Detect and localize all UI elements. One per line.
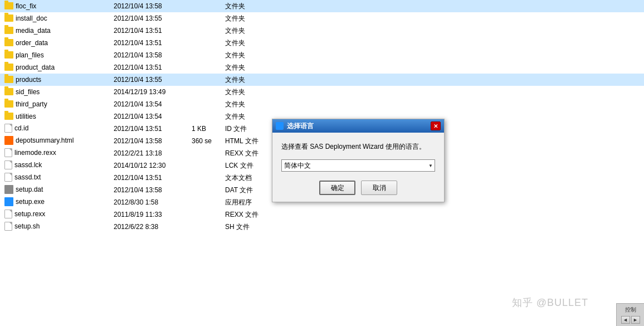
control-label: 控制 <box>625 306 636 314</box>
file-type: 文件夹 <box>223 61 644 74</box>
file-date: 2012/8/30 1:58 <box>111 196 189 208</box>
file-date: 2014/12/19 13:49 <box>111 86 189 98</box>
control-panel: 控制 ◄ ► <box>616 303 644 326</box>
file-type: 文件夹 <box>223 0 644 12</box>
file-size <box>189 98 223 110</box>
folder-icon <box>4 88 13 95</box>
file-name: floc_fix <box>0 0 111 12</box>
dialog-title-icon <box>276 122 284 130</box>
file-date: 2012/10/4 13:51 <box>111 25 189 37</box>
language-select-display[interactable]: 简体中文 <box>281 159 435 172</box>
file-date: 2012/6/22 8:38 <box>111 221 189 233</box>
file-size <box>189 0 223 12</box>
file-name: order_data <box>0 37 111 49</box>
table-row[interactable]: products 2012/10/4 13:55 文件夹 <box>0 74 644 86</box>
file-name: utilities <box>0 110 111 123</box>
folder-icon <box>4 76 13 83</box>
folder-icon <box>4 2 13 9</box>
file-size <box>189 86 223 98</box>
file-date: 2012/10/4 13:58 <box>111 135 189 147</box>
file-name: sid_files <box>0 86 111 98</box>
folder-icon <box>4 27 13 34</box>
file-size <box>189 110 223 123</box>
file-icon <box>4 222 12 231</box>
file-date: 2012/10/4 13:55 <box>111 12 189 25</box>
file-size <box>189 147 223 159</box>
file-name: product_data <box>0 61 111 74</box>
file-type: 文件夹 <box>223 12 644 25</box>
file-type: 文件夹 <box>223 37 644 49</box>
file-date: 2012/10/4 13:58 <box>111 184 189 196</box>
file-name: sassd.lck <box>0 159 111 172</box>
file-name: depotsummary.html <box>0 135 111 147</box>
table-row[interactable]: sid_files 2014/12/19 13:49 文件夹 <box>0 86 644 98</box>
file-name: plan_files <box>0 49 111 61</box>
file-name: third_party <box>0 98 111 110</box>
file-size <box>189 221 223 233</box>
exe-icon <box>4 197 13 206</box>
file-type: 文件夹 <box>223 98 644 110</box>
folder-icon <box>4 113 13 120</box>
file-name: setup.sh <box>0 221 111 233</box>
cancel-button[interactable]: 取消 <box>361 181 397 195</box>
language-select-wrapper[interactable]: 简体中文 <box>281 159 435 172</box>
language-dialog: 选择语言 ✕ 选择查看 SAS Deployment Wizard 使用的语言。… <box>272 119 445 202</box>
file-size <box>189 159 223 172</box>
file-date: 2014/10/12 12:30 <box>111 159 189 172</box>
file-name: setup.rexx <box>0 208 111 221</box>
file-name: linemode.rexx <box>0 147 111 159</box>
table-row[interactable]: plan_files 2012/10/4 13:58 文件夹 <box>0 49 644 61</box>
watermark: 知乎 @BULLET <box>512 296 588 309</box>
file-size <box>189 74 223 86</box>
file-icon <box>4 148 12 157</box>
file-size: 1 KB <box>189 123 223 135</box>
table-row[interactable]: setup.rexx 2011/8/19 11:33 REXX 文件 <box>0 208 644 221</box>
table-row[interactable]: install_doc 2012/10/4 13:55 文件夹 <box>0 12 644 25</box>
file-size <box>189 172 223 184</box>
file-size: 360 se <box>189 135 223 147</box>
file-icon <box>4 210 12 218</box>
table-row[interactable]: product_data 2012/10/4 13:51 文件夹 <box>0 61 644 74</box>
table-row[interactable]: order_data 2012/10/4 13:51 文件夹 <box>0 37 644 49</box>
table-row[interactable]: third_party 2012/10/4 13:54 文件夹 <box>0 98 644 110</box>
file-size <box>189 196 223 208</box>
file-date: 2012/10/4 13:51 <box>111 37 189 49</box>
table-row[interactable]: floc_fix 2012/10/4 13:58 文件夹 <box>0 0 644 12</box>
file-size <box>189 184 223 196</box>
file-size <box>189 61 223 74</box>
file-name: install_doc <box>0 12 111 25</box>
control-btn-row: ◄ ► <box>621 316 640 324</box>
file-date: 2012/10/4 13:51 <box>111 172 189 184</box>
file-type: 文件夹 <box>223 49 644 61</box>
dialog-body: 选择查看 SAS Deployment Wizard 使用的语言。 简体中文 确… <box>272 133 444 202</box>
dialog-buttons: 确定 取消 <box>281 181 435 195</box>
file-date: 2011/8/19 11:33 <box>111 208 189 221</box>
ok-button[interactable]: 确定 <box>319 181 355 195</box>
html-icon <box>4 136 13 145</box>
control-next-button[interactable]: ► <box>631 316 640 324</box>
file-size <box>189 25 223 37</box>
file-icon <box>4 173 12 182</box>
dialog-title: 选择语言 <box>287 121 314 131</box>
control-prev-button[interactable]: ◄ <box>621 316 630 324</box>
file-date: 2012/10/4 13:51 <box>111 123 189 135</box>
table-row[interactable]: setup.sh 2012/6/22 8:38 SH 文件 <box>0 221 644 233</box>
file-icon <box>4 160 12 169</box>
table-row[interactable]: media_data 2012/10/4 13:51 文件夹 <box>0 25 644 37</box>
file-type: REXX 文件 <box>223 208 644 221</box>
file-size <box>189 208 223 221</box>
file-size <box>189 37 223 49</box>
file-type: 文件夹 <box>223 86 644 98</box>
folder-icon <box>4 39 13 46</box>
folder-icon <box>4 100 13 108</box>
file-name: setup.exe <box>0 196 111 208</box>
folder-icon <box>4 51 13 59</box>
file-date: 2012/10/4 13:51 <box>111 61 189 74</box>
file-type: 文件夹 <box>223 74 644 86</box>
folder-icon <box>4 64 13 71</box>
language-select-row: 简体中文 <box>281 159 435 172</box>
file-date: 2012/10/4 13:58 <box>111 0 189 12</box>
file-date: 2012/10/4 13:54 <box>111 110 189 123</box>
dialog-close-button[interactable]: ✕ <box>431 121 441 130</box>
file-name: setup.dat <box>0 184 111 196</box>
